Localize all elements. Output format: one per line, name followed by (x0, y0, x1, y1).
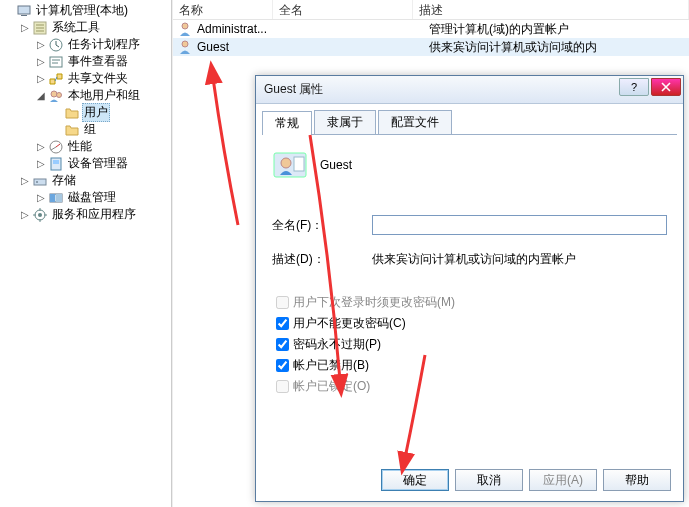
checkbox-row: 用户不能更改密码(C) (272, 313, 667, 333)
svg-point-11 (36, 181, 38, 183)
tree-item[interactable]: ▷设备管理器 (2, 155, 171, 172)
tree-item[interactable]: ▷共享文件夹 (2, 70, 171, 87)
list-row[interactable]: Guest供来宾访问计算机或访问域的内 (173, 38, 689, 56)
user-icon (177, 21, 193, 37)
expand-toggle-icon[interactable]: ▷ (34, 155, 48, 172)
tree-item-label: 本地用户和组 (66, 87, 142, 104)
tree-item[interactable]: ▷磁盘管理 (2, 189, 171, 206)
ok-button[interactable]: 确定 (381, 469, 449, 491)
expand-toggle-icon[interactable]: ▷ (18, 172, 32, 189)
tree-item[interactable]: ▷服务和应用程序 (2, 206, 171, 223)
device-icon (48, 156, 64, 172)
col-fullname[interactable]: 全名 (273, 0, 413, 19)
tree-item-label: 设备管理器 (66, 155, 130, 172)
tab-1[interactable]: 隶属于 (314, 110, 376, 134)
checkbox-label: 用户不能更改密码(C) (293, 315, 406, 332)
svg-point-6 (57, 92, 62, 97)
expand-toggle-icon[interactable]: ▷ (34, 138, 48, 155)
svg-point-18 (182, 41, 188, 47)
tree-item-label: 存储 (50, 172, 78, 189)
svg-rect-21 (294, 157, 304, 171)
tree-item-label: 用户 (82, 103, 110, 122)
users-icon (48, 88, 64, 104)
cancel-button[interactable]: 取消 (455, 469, 523, 491)
checkbox[interactable] (276, 359, 289, 372)
svg-point-16 (38, 213, 42, 217)
tree-item[interactable]: ▷系统工具 (2, 19, 171, 36)
row-name: Administrat... (197, 22, 289, 36)
checkbox[interactable] (276, 380, 289, 393)
svg-point-17 (182, 23, 188, 29)
dialog-body: Guest 全名(F)： 描述(D)： 供来宾访问计算机或访问域的内置帐户 用户… (256, 135, 683, 396)
list-row[interactable]: Administrat...管理计算机(域)的内置帐户 (173, 20, 689, 38)
properties-dialog: Guest 属性 ? 常规隶属于配置文件 Guest 全名(F)： 描述(D)：… (255, 75, 684, 502)
checkbox[interactable] (276, 338, 289, 351)
checkbox-row: 用户下次登录时须更改密码(M) (272, 292, 667, 312)
help-window-button[interactable]: ? (619, 78, 649, 96)
perf-icon (48, 139, 64, 155)
checkbox[interactable] (276, 296, 289, 309)
expand-toggle-icon[interactable]: ▷ (34, 70, 48, 87)
description-label: 描述(D)： (272, 251, 372, 268)
row-description: 管理计算机(域)的内置帐户 (429, 21, 689, 38)
svg-rect-10 (34, 179, 46, 185)
tree-item-label: 磁盘管理 (66, 189, 118, 206)
row-name: Guest (197, 40, 289, 54)
tree-item[interactable]: 组 (2, 121, 171, 138)
close-window-button[interactable] (651, 78, 681, 96)
tree-item[interactable]: ▷事件查看器 (2, 53, 171, 70)
checkbox[interactable] (276, 317, 289, 330)
svg-rect-1 (21, 15, 27, 16)
folder-icon (64, 105, 80, 121)
apply-button[interactable]: 应用(A) (529, 469, 597, 491)
svg-point-5 (51, 91, 57, 97)
user-avatar-icon (272, 147, 308, 183)
storage-icon (32, 173, 48, 189)
disk-icon (48, 190, 64, 206)
checkbox-row: 帐户已锁定(O) (272, 376, 667, 396)
tree-item[interactable]: ◢本地用户和组 (2, 87, 171, 104)
tree-root[interactable]: 计算机管理(本地) (2, 2, 171, 19)
expand-toggle-icon[interactable]: ▷ (18, 206, 32, 223)
event-icon (48, 54, 64, 70)
svg-rect-14 (56, 194, 62, 202)
user-icon (177, 39, 193, 55)
dialog-username: Guest (320, 158, 352, 172)
expand-toggle-icon[interactable]: ▷ (34, 189, 48, 206)
dialog-tabs: 常规隶属于配置文件 (262, 110, 677, 135)
svg-rect-13 (50, 194, 55, 202)
tree-item-label: 组 (82, 121, 98, 138)
column-headers: 名称 全名 描述 (173, 0, 689, 20)
fullname-input[interactable] (372, 215, 667, 235)
tree-item[interactable]: ▷存储 (2, 172, 171, 189)
tab-2[interactable]: 配置文件 (378, 110, 452, 134)
svg-point-20 (281, 158, 291, 168)
tab-0[interactable]: 常规 (262, 111, 312, 135)
dialog-titlebar[interactable]: Guest 属性 ? (256, 76, 683, 104)
checkbox-label: 用户下次登录时须更改密码(M) (293, 294, 455, 311)
tree-item[interactable]: ▷性能 (2, 138, 171, 155)
tree-item[interactable]: 用户 (2, 104, 171, 121)
folder-icon (64, 122, 80, 138)
expand-toggle-icon[interactable]: ▷ (34, 36, 48, 53)
svg-rect-4 (50, 57, 62, 67)
expand-toggle-icon[interactable]: ▷ (18, 19, 32, 36)
row-description: 供来宾访问计算机或访问域的内 (429, 39, 689, 56)
tree-item-label: 性能 (66, 138, 94, 155)
tree-item-label: 事件查看器 (66, 53, 130, 70)
col-name[interactable]: 名称 (173, 0, 273, 19)
nav-tree: 计算机管理(本地) ▷系统工具▷任务计划程序▷事件查看器▷共享文件夹◢本地用户和… (0, 0, 172, 507)
tools-icon (32, 20, 48, 36)
description-value: 供来宾访问计算机或访问域的内置帐户 (372, 251, 667, 268)
expand-toggle-icon[interactable]: ◢ (34, 87, 48, 104)
tree-item[interactable]: ▷任务计划程序 (2, 36, 171, 53)
checkbox-row: 密码永不过期(P) (272, 334, 667, 354)
tree-item-label: 任务计划程序 (66, 36, 142, 53)
tree-item-label: 共享文件夹 (66, 70, 130, 87)
col-description[interactable]: 描述 (413, 0, 689, 19)
fullname-label: 全名(F)： (272, 217, 372, 234)
tree-item-label: 服务和应用程序 (50, 206, 138, 223)
expand-toggle-icon[interactable]: ▷ (34, 53, 48, 70)
help-button[interactable]: 帮助 (603, 469, 671, 491)
share-icon (48, 71, 64, 87)
